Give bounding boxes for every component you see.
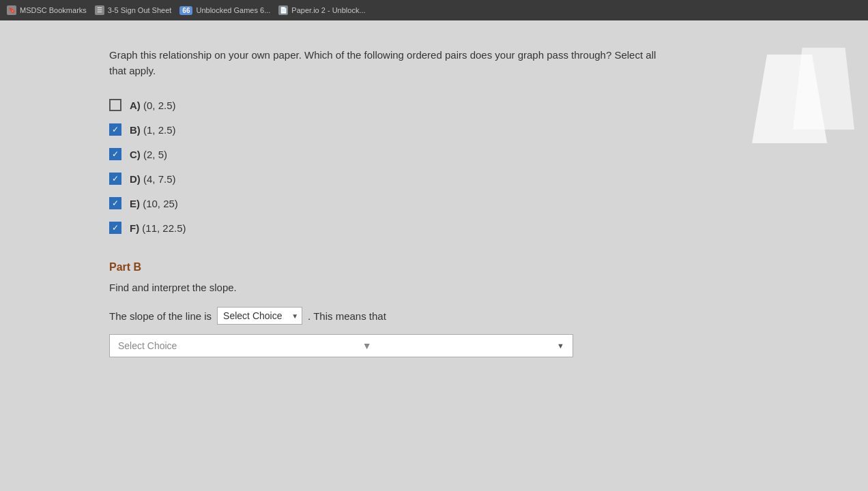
- dropdown-arrow-icon: ▼: [362, 340, 372, 351]
- list-item[interactable]: ✓ E) (10, 25): [109, 197, 759, 209]
- part-b-section: Part B Find and interpret the slope. The…: [109, 261, 759, 357]
- part-b-description: Find and interpret the slope.: [109, 282, 759, 293]
- main-content: Graph this relationship on your own pape…: [0, 20, 868, 385]
- question-text: Graph this relationship on your own pape…: [109, 48, 669, 78]
- tab-sign-out[interactable]: ☰ 3-5 Sign Out Sheet: [95, 5, 172, 15]
- list-item[interactable]: ✓ D) (4, 7.5): [109, 173, 759, 185]
- page-icon: 📄: [278, 5, 288, 15]
- tab-paper-io[interactable]: 📄 Paper.io 2 - Unblock...: [278, 5, 365, 15]
- part-b-heading: Part B: [109, 261, 759, 273]
- list-icon: ☰: [95, 5, 104, 15]
- choice-label-e: E) (10, 25): [130, 198, 178, 209]
- browser-chrome: 🔖 MSDSC Bookmarks ☰ 3-5 Sign Out Sheet 6…: [0, 0, 868, 20]
- choice-label-a: A) (0, 2.5): [130, 100, 176, 111]
- slope-sentence: The slope of the line is Select Choice .…: [109, 307, 759, 325]
- choice-label-b: B) (1, 2.5): [130, 124, 176, 136]
- decorative-image: [650, 34, 868, 170]
- list-item[interactable]: ✓ F) (11, 22.5): [109, 222, 759, 234]
- tab-bookmarks[interactable]: 🔖 MSDSC Bookmarks: [7, 5, 87, 15]
- slope-sentence-start: The slope of the line is: [109, 310, 212, 322]
- checkbox-e[interactable]: ✓: [109, 197, 121, 209]
- choice-label-f: F) (11, 22.5): [130, 222, 186, 234]
- checkbox-c[interactable]: ✓: [109, 148, 121, 160]
- slope-dropdown-wrapper[interactable]: Select Choice: [217, 307, 302, 325]
- slope-sentence-end: . This means that: [308, 310, 386, 322]
- tab-unblocked-games[interactable]: 66 Unblocked Games 6...: [179, 6, 270, 15]
- decorative-shape-2: [793, 48, 854, 130]
- bookmarks-icon: 🔖: [7, 5, 16, 15]
- second-dropdown[interactable]: Select Choice ▼: [109, 334, 573, 357]
- checkbox-a[interactable]: [109, 99, 121, 111]
- checkbox-d[interactable]: ✓: [109, 173, 121, 185]
- choice-label-d: D) (4, 7.5): [130, 173, 176, 185]
- choice-label-c: C) (2, 5): [130, 149, 167, 160]
- slope-dropdown[interactable]: Select Choice: [217, 307, 302, 325]
- checkbox-f[interactable]: ✓: [109, 222, 121, 234]
- checkbox-b[interactable]: ✓: [109, 123, 121, 136]
